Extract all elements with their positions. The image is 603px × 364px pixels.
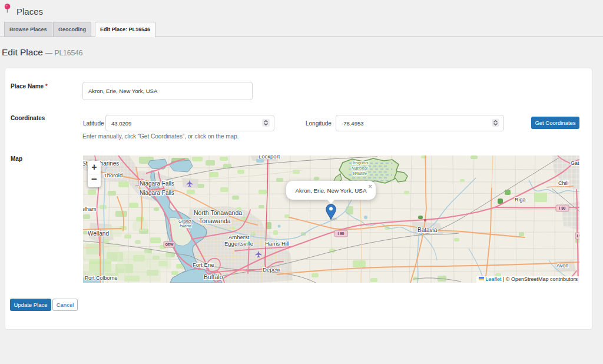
svg-text:Batavia: Batavia: [418, 227, 438, 233]
svg-text:I 90: I 90: [559, 206, 566, 210]
svg-text:Niagara Falls: Niagara Falls: [140, 180, 174, 187]
svg-text:I 9: I 9: [577, 234, 579, 238]
svg-text:Iroquois: Iroquois: [353, 160, 369, 166]
svg-text:Eggertsville: Eggertsville: [224, 240, 253, 247]
svg-text:Buffalo: Buffalo: [204, 273, 223, 280]
svg-text:Gates: Gates: [571, 160, 579, 166]
svg-text:Harris Hill: Harris Hill: [265, 240, 289, 247]
svg-text:Tonawanda: Tonawanda: [199, 217, 231, 224]
svg-text:Fort Erie: Fort Erie: [193, 262, 214, 268]
svg-text:Wildlife: Wildlife: [353, 171, 367, 176]
svg-text:Niagara Falls: Niagara Falls: [140, 190, 174, 196]
svg-text:Welland: Welland: [88, 230, 109, 237]
svg-text:Depew: Depew: [263, 266, 280, 273]
svg-text:National: National: [352, 166, 368, 171]
svg-text:Port Colborne: Port Colborne: [85, 275, 118, 281]
svg-text:Riga: Riga: [515, 197, 526, 203]
svg-text:Pelham: Pelham: [83, 206, 97, 212]
svg-text:Island: Island: [180, 223, 192, 229]
svg-text:QEW: QEW: [165, 243, 174, 246]
svg-text:Chili: Chili: [558, 180, 569, 186]
svg-text:Lockport: Lockport: [259, 155, 280, 160]
svg-text:Amherst: Amherst: [228, 234, 250, 240]
svg-text:I 90: I 90: [338, 231, 344, 236]
svg-text:Avon: Avon: [556, 263, 568, 269]
svg-text:Thorold: Thorold: [104, 172, 122, 178]
svg-text:North Tonawanda: North Tonawanda: [194, 209, 242, 216]
